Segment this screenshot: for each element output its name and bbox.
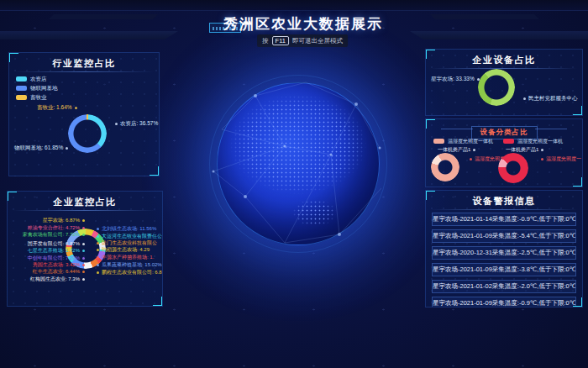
chart-callout: 中创年有限公司: 7.29%: [28, 255, 85, 261]
chart-callout: 红梅园生态农业: 7.3%: [30, 276, 85, 282]
chart-callout: 家禽农场有限公司: 7.72%: [23, 232, 85, 238]
alarm-row[interactable]: 星宇农场-2020-12-31采集温度:-2.5℃,低于下限:0℃: [432, 246, 576, 260]
chart-callout: 国开发有限公司: 6.87%: [28, 241, 85, 247]
chart-callout: 粮油专业合作社: 4.72%: [28, 225, 85, 231]
legend-item[interactable]: 畜牧业: [16, 94, 47, 101]
equipment-panel: 企业设备占比 星宇农场: 33.33% 民主村党群服务中心: [425, 49, 583, 116]
alarms-panel: 设备警报信息 星宇农场-2021-01-14采集温度:-0.9℃,低于下限:0℃…: [425, 190, 583, 308]
alarm-row[interactable]: 星宇农场-2021-01-09采集温度:-0.9℃,低于下限:0℃: [432, 297, 576, 308]
chart-callout: 一体机类产品1: [438, 146, 475, 153]
industry-panel: 行业监控占比 农资店 物联网基地 畜牧业 畜牧业: 1.64% 农资店: 36.…: [8, 52, 160, 176]
alarm-list: 星宇农场-2021-01-14采集温度:-0.9℃,低于下限:0℃ 星宇农场-2…: [426, 213, 582, 308]
equipment-donut-chart[interactable]: [478, 69, 515, 106]
chart-callout: 物联网基地: 61.85%: [14, 145, 68, 151]
globe-visualization: [217, 82, 380, 245]
divider: [431, 68, 577, 69]
chart-callout: 星宇农场: 6.87%: [43, 218, 85, 223]
chart-callout: 秀园生态农场: 3.42%: [33, 262, 85, 268]
chart-callout: 鹏程生态农业有限公司: 6.87%: [97, 270, 163, 276]
enterprise-panel: 企业监控占比 星宇农场: 6.87% 粮油专业合作社: 4.72% 家禽农场有限…: [7, 191, 163, 307]
alarms-panel-title: 设备警报信息: [426, 195, 582, 208]
chart-callout: 畜牧业: 1.64%: [37, 104, 77, 111]
device-class-left-donut[interactable]: [431, 153, 459, 181]
divider: [13, 210, 157, 211]
legend-item[interactable]: 物联网基地: [16, 85, 58, 92]
legend-swatch: [503, 139, 514, 144]
legend-label: 温湿度光照度一体机: [448, 138, 493, 145]
chart-callout: 大运河生态牧业有限责任公: [97, 234, 162, 239]
chart-callout: 丰源水产种苗养殖场: 1.: [97, 255, 154, 260]
chart-callout: 温湿度光照度一: [541, 155, 581, 162]
alarm-row[interactable]: 星宇农场-2021-01-14采集温度:-0.9℃,低于下限:0℃: [432, 213, 576, 226]
divider: [535, 129, 567, 129]
header-top-strip: [0, 0, 588, 11]
chart-callout: 七星生态养殖场: 1.72%: [28, 248, 85, 254]
divider: [441, 129, 473, 129]
legend-label: 畜牧业: [30, 94, 47, 102]
alarm-row[interactable]: 星宇农场-2021-01-09采集温度:-5.4℃,低于下限:0℃: [432, 229, 576, 243]
tooltip-prefix: 按: [262, 37, 269, 45]
legend-swatch: [16, 86, 27, 91]
legend-label: 物联网基地: [30, 85, 58, 92]
tooltip-suffix: 即可退出全屏模式: [292, 37, 343, 45]
chart-callout: 瓜果蔬菜种植基地: 15.02%: [97, 262, 162, 268]
device-class-panel: 设备分类占比 温湿度光照度一体机 一体机类产品1 温湿度光照度一 温湿度光照度一…: [425, 118, 583, 187]
alarm-row[interactable]: 星宇农场-2021-01-02采集温度:-2.0℃,低于下限:0℃: [432, 280, 576, 293]
chart-callout: 红丰生态农业: 6.44%: [33, 269, 85, 275]
page-title: 秀洲区农业大数据展示: [0, 14, 588, 34]
enterprise-panel-title: 企业监控占比: [8, 196, 162, 208]
divider: [14, 71, 154, 72]
legend-swatch: [16, 95, 27, 100]
equipment-panel-title: 企业设备占比: [426, 54, 582, 66]
legend-label: 农资店: [30, 76, 47, 83]
legend-swatch: [433, 139, 444, 144]
legend-item[interactable]: 农资店: [16, 76, 47, 82]
chart-callout: 陡门生态农业科技有限公: [97, 240, 157, 246]
f11-key-badge: F11: [272, 36, 289, 45]
legend-item[interactable]: 温湿度光照度一体机: [503, 138, 563, 145]
chart-callout: 星宇农场: 33.33%: [431, 76, 480, 82]
globe-network-mesh: [205, 71, 391, 257]
legend-item[interactable]: 温湿度光照度一体机: [433, 138, 493, 145]
chart-callout: 鸭稻源生态农场: 4.29: [97, 247, 150, 253]
chart-callout: 一体机类产品1: [506, 146, 543, 153]
device-class-right-donut[interactable]: [498, 153, 528, 183]
industry-panel-title: 行业监控占比: [9, 57, 159, 70]
alarm-row[interactable]: 星宇农场-2021-01-09采集温度:-3.8℃,低于下限:0℃: [432, 263, 576, 276]
chart-callout: 农资店: 36.57%: [115, 120, 158, 127]
legend-swatch: [16, 76, 27, 81]
divider: [431, 209, 577, 210]
legend-label: 温湿度光照度一体机: [517, 138, 563, 145]
chart-callout: 民主村党群服务中心: [523, 95, 578, 102]
industry-donut-chart[interactable]: [68, 114, 107, 153]
fullscreen-exit-tooltip: 按 F11 即可退出全屏模式: [257, 34, 348, 47]
chart-callout: 北刘镇生态农场: 11.56%: [97, 226, 156, 232]
